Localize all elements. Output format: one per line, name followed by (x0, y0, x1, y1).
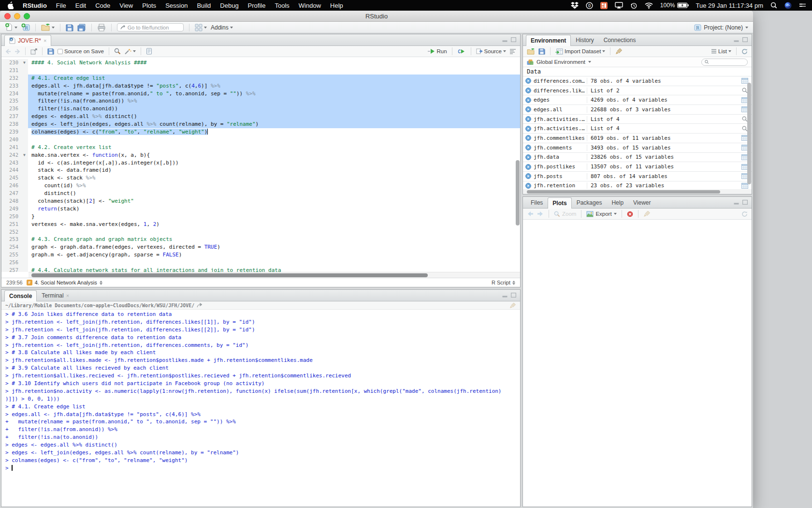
save-all-button[interactable] (77, 24, 86, 31)
code-line[interactable]: 251vertexes <- make.sna.vertex(edges, 1,… (1, 221, 520, 228)
environment-row[interactable]: edges.all22688 obs. of 3 variables (523, 105, 752, 115)
environment-row[interactable]: jfh.retention23 obs. of 23 variables (523, 181, 752, 189)
code-line[interactable]: 248 colnames(stack)[2] <- "weight" (1, 197, 520, 205)
fold-arrow-icon[interactable]: ▼ (21, 151, 28, 159)
code-line[interactable]: 257# 4.4. Calculate network stats for al… (1, 267, 520, 272)
expand-object-icon[interactable] (523, 154, 534, 160)
environment-row[interactable]: jfh.posts807 obs. of 14 variables (523, 172, 752, 181)
code-line[interactable]: 247 distinct() (1, 190, 520, 197)
minimize-pane-icon[interactable] (502, 293, 508, 298)
goto-file-box[interactable] (117, 23, 184, 31)
maximize-pane-icon[interactable] (511, 37, 516, 42)
menu-item-profile[interactable]: Profile (248, 2, 266, 9)
expand-object-icon[interactable] (523, 97, 534, 103)
rerun-button[interactable] (457, 49, 466, 54)
zero-status-icon[interactable]: 0 (586, 2, 593, 9)
environment-row[interactable]: jfh.activities.…List of 4 (523, 124, 752, 134)
code-line[interactable]: 242▼make.sna.vertex <- function(x, a, b)… (1, 151, 520, 159)
code-line[interactable]: 249 return(stack) (1, 205, 520, 213)
tab-terminal[interactable]: Terminal× (37, 290, 74, 301)
environment-row[interactable]: edges4269 obs. of 4 variables (523, 95, 752, 105)
code-line[interactable]: 236 filter(!is.na(to.anonid)) (1, 105, 520, 113)
expand-object-icon[interactable] (523, 88, 534, 93)
fold-arrow-icon[interactable]: ▼ (21, 59, 28, 67)
time-machine-icon[interactable] (630, 2, 638, 9)
expand-object-icon[interactable] (523, 145, 534, 150)
import-dataset-button[interactable]: Import Dataset (555, 48, 605, 55)
dropbox-icon[interactable] (571, 2, 579, 9)
save-workspace-icon[interactable] (538, 48, 545, 55)
clear-console-icon[interactable] (509, 302, 516, 309)
notification-center-icon[interactable] (799, 2, 806, 9)
back-icon[interactable] (5, 49, 11, 54)
tab-console[interactable]: Console (4, 290, 37, 301)
code-line[interactable]: 235 filter(!is.na(from.anonid)) %>% (1, 97, 520, 105)
code-line[interactable]: 239colnames(edges) <- c("from", "to", "r… (1, 128, 520, 136)
expand-object-icon[interactable] (523, 164, 534, 170)
tab-help[interactable]: Help (607, 197, 628, 208)
next-plot-icon[interactable] (537, 211, 544, 217)
previous-plot-icon[interactable] (527, 211, 534, 217)
maximize-pane-icon[interactable] (742, 37, 748, 42)
pane-layout-button[interactable] (195, 24, 207, 31)
expand-object-icon[interactable] (523, 78, 534, 84)
compile-report-icon[interactable] (146, 48, 152, 55)
editor-vertical-scrollbar[interactable] (516, 160, 520, 225)
apple-menu-icon[interactable] (7, 1, 14, 9)
document-outline-icon[interactable] (509, 48, 516, 54)
battery-indicator[interactable]: 100% (660, 2, 689, 9)
airplay-icon[interactable] (615, 2, 623, 9)
menu-item-plots[interactable]: Plots (142, 2, 156, 9)
menu-item-view[interactable]: View (119, 2, 133, 9)
scope-dropdown-icon[interactable] (588, 61, 591, 63)
code-line[interactable]: 230▼#### 4. Social Network Analysis #### (1, 59, 520, 67)
tab-environment[interactable]: Environment (526, 35, 571, 46)
addins-button[interactable]: Addins (211, 24, 233, 31)
code-line[interactable]: 244 stack <- data.frame(id) (1, 166, 520, 174)
code-line[interactable]: 252 (1, 228, 520, 236)
code-line[interactable]: 233edges.all <- jfh.data[jfh.data$type !… (1, 82, 520, 90)
new-project-button[interactable]: R (21, 23, 30, 31)
zoom-plot-button[interactable]: Zoom (554, 211, 576, 217)
section-selector[interactable]: # 4. Social Network Analysis (27, 280, 102, 285)
menu-item-window[interactable]: Window (299, 2, 321, 9)
maximize-pane-icon[interactable] (511, 293, 516, 298)
menu-item-build[interactable]: Build (197, 2, 211, 9)
export-plot-button[interactable]: Export (586, 211, 616, 217)
code-line[interactable]: 231 (1, 67, 520, 75)
console-output[interactable]: > # 3.6 Join likes difference data to re… (1, 310, 520, 507)
expand-object-icon[interactable] (523, 135, 534, 141)
menu-item-help[interactable]: Help (330, 2, 343, 9)
environment-row[interactable]: jfh.activities.…List of 4 (523, 115, 752, 124)
code-line[interactable]: 256 (1, 259, 520, 267)
save-button[interactable] (66, 24, 73, 31)
menu-item-file[interactable]: File (56, 2, 66, 9)
menu-item-edit[interactable]: Edit (75, 2, 86, 9)
refresh-icon[interactable] (741, 48, 748, 55)
forward-icon[interactable] (14, 49, 20, 54)
code-tools-button[interactable] (124, 48, 136, 55)
code-line[interactable]: 234 mutate(relname = paste(from.anonid,"… (1, 90, 520, 98)
environment-scope[interactable]: Global Environment (536, 59, 585, 65)
open-in-window-icon[interactable] (30, 48, 37, 55)
code-line[interactable]: 243 id <- c(as.integer(x[,a]),as.integer… (1, 159, 520, 167)
menu-item-tools[interactable]: Tools (275, 2, 289, 9)
wifi-icon[interactable] (645, 2, 653, 9)
menu-clock[interactable]: Tue 29 Jan 11:17:34 pm (696, 2, 763, 9)
maximize-pane-icon[interactable] (742, 200, 748, 205)
code-line[interactable]: 250} (1, 213, 520, 221)
project-selector[interactable]: R Project: (None) (694, 24, 748, 31)
goto-file-input[interactable] (128, 25, 180, 30)
expand-object-icon[interactable] (523, 126, 534, 132)
minimize-pane-icon[interactable] (734, 200, 739, 205)
load-workspace-icon[interactable] (527, 48, 535, 55)
new-file-button[interactable] (5, 23, 17, 31)
tab-packages[interactable]: Packages (572, 197, 607, 208)
menu-item-code[interactable]: Code (95, 2, 110, 9)
tab-viewer[interactable]: Viewer (628, 197, 655, 208)
code-line[interactable]: 255graph.m <- get.adjacency(graph, spars… (1, 251, 520, 259)
code-line[interactable]: 254graph <- graph.data.frame(edges, vert… (1, 243, 520, 251)
environment-search-input[interactable] (710, 60, 744, 65)
code-line[interactable]: 232# 4.1. Create edge list (1, 75, 520, 82)
siri-icon[interactable] (784, 2, 792, 9)
